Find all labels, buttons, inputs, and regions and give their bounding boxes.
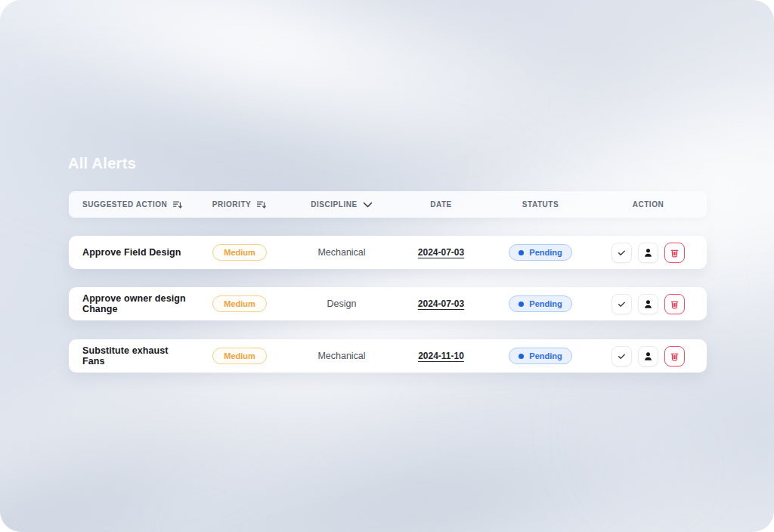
column-header-suggested-action[interactable]: SUGGESTED ACTION	[69, 200, 186, 209]
table-header: SUGGESTED ACTION PRIORITY DISCIPLINE DAT…	[69, 191, 707, 218]
trash-icon	[670, 248, 680, 258]
column-label: SUGGESTED ACTION	[82, 200, 167, 209]
priority-badge: Medium	[212, 244, 267, 261]
status-dot-icon	[519, 302, 524, 307]
date-link[interactable]: 2024-11-10	[418, 351, 464, 361]
status-text: Pending	[529, 351, 562, 360]
person-icon	[643, 351, 653, 361]
assign-user-button[interactable]	[638, 346, 658, 367]
column-header-priority[interactable]: PRIORITY	[186, 200, 293, 209]
check-icon	[617, 248, 627, 258]
delete-button[interactable]	[664, 346, 685, 367]
person-icon	[643, 248, 653, 258]
suggested-action-text: Approve owner design Change	[82, 293, 186, 314]
date-link[interactable]: 2024-07-03	[418, 247, 464, 258]
check-icon	[617, 351, 627, 361]
app-canvas: All Alerts SUGGESTED ACTION PRIORITY DIS…	[0, 0, 774, 532]
status-dot-icon	[519, 250, 524, 255]
suggested-action-text: Approve Field Design	[82, 247, 181, 258]
status-text: Pending	[529, 248, 562, 257]
column-header-date[interactable]: DATE	[390, 200, 492, 209]
column-header-discipline[interactable]: DISCIPLINE	[293, 200, 390, 209]
status-badge: Pending	[509, 244, 571, 261]
discipline-text: Design	[327, 298, 357, 309]
confirm-button[interactable]	[611, 346, 632, 367]
table-row: Approve Field Design Medium Mechanical 2…	[69, 236, 707, 269]
delete-button[interactable]	[664, 294, 685, 314]
page-title: All Alerts	[68, 155, 136, 172]
confirm-button[interactable]	[611, 294, 632, 314]
discipline-text: Mechanical	[317, 351, 365, 361]
chevron-down-icon[interactable]	[363, 202, 373, 208]
trash-icon	[670, 351, 680, 361]
status-text: Pending	[529, 299, 562, 308]
suggested-action-text: Substitute exhaust Fans	[82, 345, 186, 367]
column-header-action[interactable]: ACTION	[589, 200, 707, 209]
delete-button[interactable]	[664, 243, 685, 263]
table-row: Approve owner design Change Medium Desig…	[69, 287, 707, 320]
assign-user-button[interactable]	[638, 243, 658, 263]
column-label: STATUTS	[522, 200, 559, 209]
table-row: Substitute exhaust Fans Medium Mechanica…	[69, 339, 707, 373]
sort-icon[interactable]	[172, 200, 183, 209]
status-badge: Pending	[509, 295, 571, 312]
column-label: PRIORITY	[212, 200, 252, 209]
confirm-button[interactable]	[611, 243, 632, 263]
assign-user-button[interactable]	[638, 294, 658, 314]
status-dot-icon	[519, 354, 524, 359]
column-label: ACTION	[633, 200, 664, 209]
trash-icon	[670, 299, 680, 309]
person-icon	[643, 299, 653, 309]
date-link[interactable]: 2024-07-03	[418, 298, 464, 309]
check-icon	[617, 299, 627, 309]
priority-badge: Medium	[212, 348, 267, 364]
column-label: DISCIPLINE	[311, 200, 358, 209]
column-label: DATE	[430, 200, 452, 209]
status-badge: Pending	[509, 348, 571, 364]
sort-icon[interactable]	[256, 200, 267, 209]
discipline-text: Mechanical	[317, 247, 365, 258]
column-header-statuts[interactable]: STATUTS	[492, 200, 589, 209]
priority-badge: Medium	[212, 295, 267, 312]
